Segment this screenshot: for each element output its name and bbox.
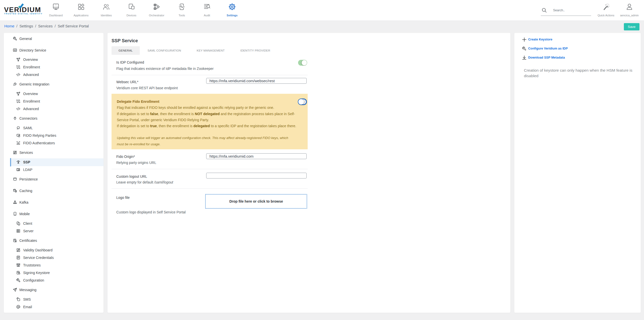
svg-text:AD: AD: [14, 49, 16, 51]
